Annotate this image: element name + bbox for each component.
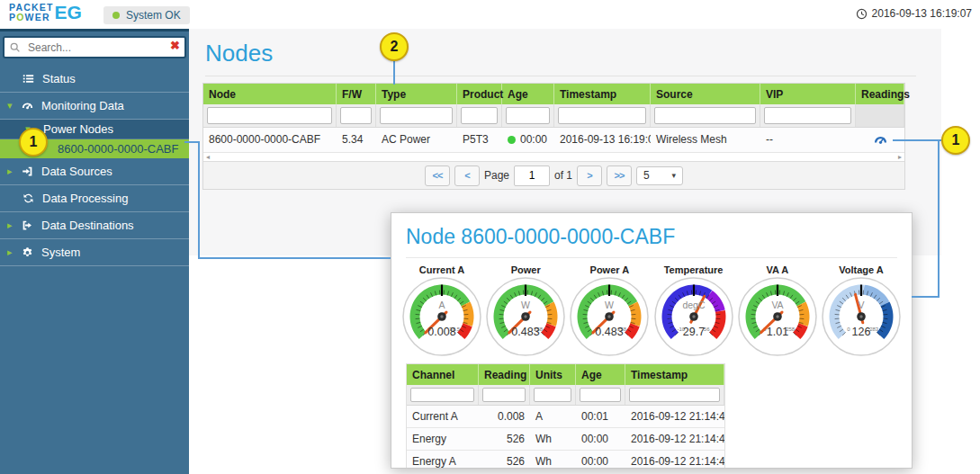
gauge-dial-va-a: 0258VA1.01 bbox=[737, 276, 818, 357]
svg-text:126: 126 bbox=[852, 326, 871, 338]
filter-input-age[interactable] bbox=[506, 107, 550, 124]
scroll-right-icon[interactable]: ▸ bbox=[898, 153, 902, 161]
filter-input-units[interactable] bbox=[534, 388, 571, 402]
filter-input-type[interactable] bbox=[380, 107, 453, 124]
page-title: Nodes bbox=[205, 40, 273, 67]
refresh-icon bbox=[7, 192, 39, 204]
table-hscrollbar[interactable]: ◂ ▸ bbox=[203, 153, 904, 161]
status-ok-dot-icon bbox=[112, 12, 120, 19]
sidebar-item-label: Power Nodes bbox=[43, 122, 113, 136]
filter-input-source[interactable] bbox=[654, 107, 756, 124]
callout-line bbox=[198, 257, 391, 259]
gauge-va-a: VA A0258VA1.01 bbox=[736, 262, 819, 357]
clear-search-icon[interactable]: ✖ bbox=[170, 39, 180, 52]
column-header-timestamp[interactable]: Timestamp bbox=[554, 84, 651, 104]
gauge-title: VA A bbox=[736, 264, 819, 275]
gauge-dial-power: 0258W0.483 bbox=[485, 276, 566, 357]
cell-age: 00:01 bbox=[576, 406, 625, 427]
column-header-units[interactable]: Units bbox=[530, 364, 576, 385]
cell-age: 00:00 bbox=[576, 451, 625, 469]
column-header-age[interactable]: Age bbox=[576, 364, 625, 385]
svg-text:0.008: 0.008 bbox=[427, 326, 455, 338]
sidebar-item-status[interactable]: Status bbox=[0, 66, 189, 93]
filter-input-reading[interactable] bbox=[482, 388, 526, 402]
column-header-vip[interactable]: VIP bbox=[760, 84, 856, 104]
column-header-reading[interactable]: Reading bbox=[479, 364, 530, 385]
column-header-node[interactable]: Node bbox=[203, 84, 337, 104]
sidebar-item-data-sources[interactable]: ▸Data Sources bbox=[0, 158, 189, 185]
filter-input-f-w[interactable] bbox=[340, 107, 372, 124]
cell-age: 00:00 bbox=[502, 128, 554, 152]
page-size-select[interactable]: 5 ▾ bbox=[636, 166, 683, 185]
filter-input-vip[interactable] bbox=[764, 107, 851, 124]
readings-table-filter-row bbox=[407, 385, 724, 406]
sign-out-icon bbox=[22, 219, 38, 231]
next-page-button[interactable]: > bbox=[577, 165, 602, 186]
sidebar-item-data-processing[interactable]: Data Processing bbox=[0, 185, 189, 212]
filter-input-timestamp[interactable] bbox=[629, 388, 720, 402]
readings-table-header: ChannelReadingUnitsAgeTimestamp bbox=[407, 364, 724, 385]
scroll-left-icon[interactable]: ◂ bbox=[206, 153, 210, 161]
cell-units: Wh bbox=[530, 451, 576, 469]
column-header-timestamp[interactable]: Timestamp bbox=[625, 364, 724, 385]
search-icon bbox=[9, 40, 21, 52]
column-header-source[interactable]: Source bbox=[651, 84, 760, 104]
svg-text:V: V bbox=[858, 300, 864, 310]
page-label: Page bbox=[484, 169, 509, 182]
clock-text: 2016-09-13 16:19:07 bbox=[872, 7, 972, 20]
filter-input-timestamp[interactable] bbox=[558, 107, 646, 124]
readings-row-energy: Energy526Wh00:002016-09-12 21:14:46 bbox=[407, 428, 724, 451]
column-header-product[interactable]: Product bbox=[457, 84, 502, 104]
gauge-temperature: Temperature-1056degC29.7 bbox=[652, 262, 735, 357]
readings-gauge-icon[interactable] bbox=[874, 133, 887, 147]
filter-input-node[interactable] bbox=[207, 107, 332, 124]
nodes-table-row[interactable]: 8600-0000-0000-CABF5.34AC PowerP5T300:00… bbox=[203, 128, 904, 153]
filter-input-cell bbox=[203, 104, 337, 127]
gauge-title: Current A bbox=[400, 264, 483, 275]
annotation-badge-2: 2 bbox=[380, 32, 409, 61]
cell-channel: Energy A bbox=[407, 451, 479, 469]
cell-type: AC Power bbox=[376, 128, 457, 152]
column-header-channel[interactable]: Channel bbox=[407, 364, 479, 385]
column-header-readings[interactable]: Readings bbox=[856, 84, 904, 104]
callout-line bbox=[393, 61, 395, 85]
svg-text:29.7: 29.7 bbox=[682, 326, 704, 338]
page-number-input[interactable] bbox=[514, 165, 550, 186]
filter-input-cell bbox=[651, 104, 760, 127]
filter-input-cell bbox=[502, 104, 554, 127]
gauge-icon bbox=[22, 100, 38, 112]
column-header-type[interactable]: Type bbox=[376, 84, 457, 104]
filter-input-cell bbox=[760, 104, 856, 127]
logo-line2: POWER bbox=[9, 13, 54, 22]
prev-page-button[interactable]: < bbox=[454, 165, 480, 186]
column-header-age[interactable]: Age bbox=[502, 84, 554, 104]
last-page-button[interactable]: >> bbox=[607, 165, 632, 186]
chevron-down-icon: ▾ bbox=[671, 171, 676, 180]
search-input[interactable] bbox=[3, 36, 186, 58]
header-clock: 2016-09-13 16:19:07 bbox=[856, 7, 972, 20]
pagination-bar: << < Page of 1 > >> 5 ▾ bbox=[203, 161, 904, 189]
cell-units: Wh bbox=[530, 428, 576, 450]
column-header-f-w[interactable]: F/W bbox=[337, 84, 376, 104]
cell-reading: 0.008 bbox=[479, 406, 530, 427]
filter-input-product[interactable] bbox=[461, 107, 498, 124]
gauge-dial-current-a: 038.5A0.008 bbox=[401, 276, 482, 357]
sidebar-item-system[interactable]: ▸System bbox=[0, 239, 189, 266]
gauges-row: Current A038.5A0.008Power0258W0.483Power… bbox=[391, 258, 912, 357]
sidebar-item-monitoring-data[interactable]: ▾Monitoring Data bbox=[0, 93, 189, 120]
filter-input-channel[interactable] bbox=[410, 388, 474, 402]
svg-text:A: A bbox=[438, 300, 445, 310]
sidebar-item-label: Data Processing bbox=[42, 192, 128, 205]
sidebar-item-label: Status bbox=[42, 72, 76, 85]
cell-node: 8600-0000-0000-CABF bbox=[203, 128, 337, 152]
callout-line bbox=[912, 296, 940, 298]
gauge-title: Power A bbox=[568, 264, 651, 275]
filter-input-cell bbox=[457, 104, 502, 127]
first-page-button[interactable]: << bbox=[425, 165, 450, 186]
filter-input-age[interactable] bbox=[580, 388, 621, 402]
sidebar-item-data-destinations[interactable]: ▸Data Destinations bbox=[0, 212, 189, 239]
cell-reading: 526 bbox=[479, 428, 530, 450]
gauge-title: Power bbox=[484, 264, 567, 275]
cell-timestamp: 2016-09-12 21:14:46 bbox=[625, 428, 724, 450]
sidebar-item-label: Data Sources bbox=[41, 165, 112, 178]
